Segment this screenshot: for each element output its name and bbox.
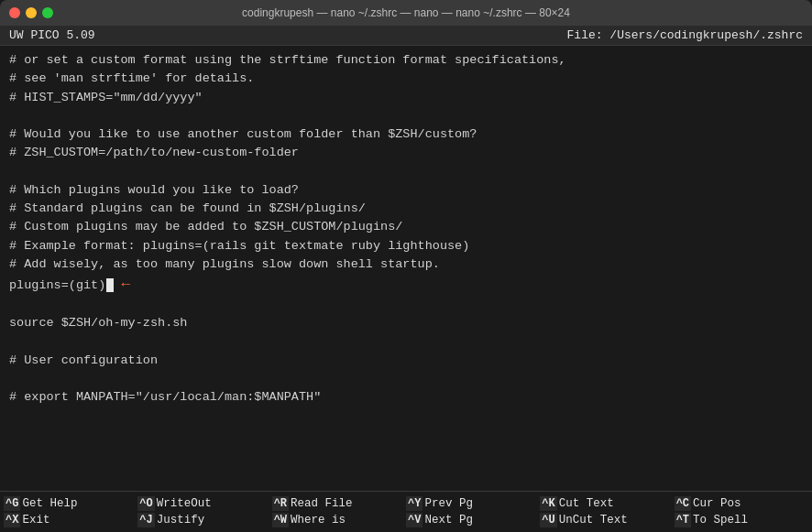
line-17: # User configuration [9,353,158,367]
key-ctrl-o: ^O [137,496,154,511]
arrow-indicator: ← [121,277,130,293]
key-ctrl-k: ^K [540,496,556,511]
shortcut-uncut-text: ^U UnCut Text [540,513,674,527]
line-13: plugins=(git) ← [9,278,130,292]
label-next-pg: Next Pg [424,514,473,527]
key-ctrl-u: ^U [540,513,556,527]
line-1: # or set a custom format using the strft… [9,53,566,67]
close-button[interactable] [9,7,20,18]
label-uncut-text: UnCut Text [559,514,628,527]
key-ctrl-v: ^V [406,513,422,527]
text-cursor [106,278,114,292]
editor-content[interactable]: # or set a custom format using the strft… [0,46,812,491]
label-to-spell: To Spell [693,514,748,527]
key-ctrl-j: ^J [137,513,154,527]
shortcut-to-spell: ^T To Spell [675,513,808,527]
label-justify: Justify [157,514,205,527]
shortcut-next-pg: ^V Next Pg [406,513,540,527]
traffic-lights [9,7,53,18]
label-cur-pos: Cur Pos [693,497,741,510]
label-where-is: Where is [291,514,346,527]
line-3: # HIST_STAMPS="mm/dd/yyyy" [9,91,203,104]
bottom-bar: ^G Get Help ^O WriteOut ^R Read File ^Y … [0,491,812,532]
line-19: # export MANPATH="/usr/local/man:$MANPAT… [9,390,321,404]
key-ctrl-c: ^C [675,496,691,511]
shortcut-cur-pos: ^C Cur Pos [675,496,808,511]
pico-version: UW PICO 5.09 [9,28,95,42]
line-8: # Which plugins would you like to load? [9,183,299,197]
key-ctrl-x: ^X [4,513,20,527]
label-prev-pg: Prev Pg [424,497,473,510]
file-path: File: /Users/codingkrupesh/.zshrc [567,28,803,42]
shortcut-writeout: ^O WriteOut [137,496,271,511]
shortcut-where-is: ^W Where is [272,513,406,527]
line-5: # Would you like to use another custom f… [9,127,477,141]
window-title: codingkrupesh — nano ~/.zshrc — nano — n… [242,6,570,19]
label-cut-text: Cut Text [559,497,614,510]
line-6: # ZSH_CUSTOM=/path/to/new-custom-folder [9,146,299,159]
editor-container: UW PICO 5.09 File: /Users/codingkrupesh/… [0,26,812,532]
maximize-button[interactable] [42,7,53,18]
key-ctrl-g: ^G [4,496,20,511]
label-get-help: Get Help [22,497,77,510]
line-2: # see 'man strftime' for details. [9,71,254,85]
key-ctrl-y: ^Y [406,496,422,511]
shortcut-read-file: ^R Read File [272,496,406,511]
line-15: source $ZSH/oh-my-zsh.sh [9,316,187,330]
shortcut-row-1: ^G Get Help ^O WriteOut ^R Read File ^Y … [0,495,812,512]
key-ctrl-r: ^R [272,496,289,511]
label-exit: Exit [22,514,49,527]
key-ctrl-t: ^T [675,513,691,527]
line-12: # Add wisely, as too many plugins slow d… [9,257,440,271]
label-writeout: WriteOut [157,497,212,510]
line-10: # Custom plugins may be added to $ZSH_CU… [9,220,402,233]
line-11: # Example format: plugins=(rails git tex… [9,239,469,253]
shortcut-justify: ^J Justify [137,513,271,527]
shortcut-row-2: ^X Exit ^J Justify ^W Where is ^V Next P… [0,512,812,528]
shortcut-get-help: ^G Get Help [4,496,137,511]
title-bar: codingkrupesh — nano ~/.zshrc — nano — n… [0,0,812,26]
key-ctrl-w: ^W [272,513,289,527]
shortcut-cut-text: ^K Cut Text [540,496,674,511]
label-read-file: Read File [291,497,353,510]
minimize-button[interactable] [26,7,37,18]
shortcut-prev-pg: ^Y Prev Pg [406,496,540,511]
line-9: # Standard plugins can be found in $ZSH/… [9,201,366,215]
status-bar: UW PICO 5.09 File: /Users/codingkrupesh/… [0,26,812,46]
shortcut-exit: ^X Exit [4,513,137,527]
